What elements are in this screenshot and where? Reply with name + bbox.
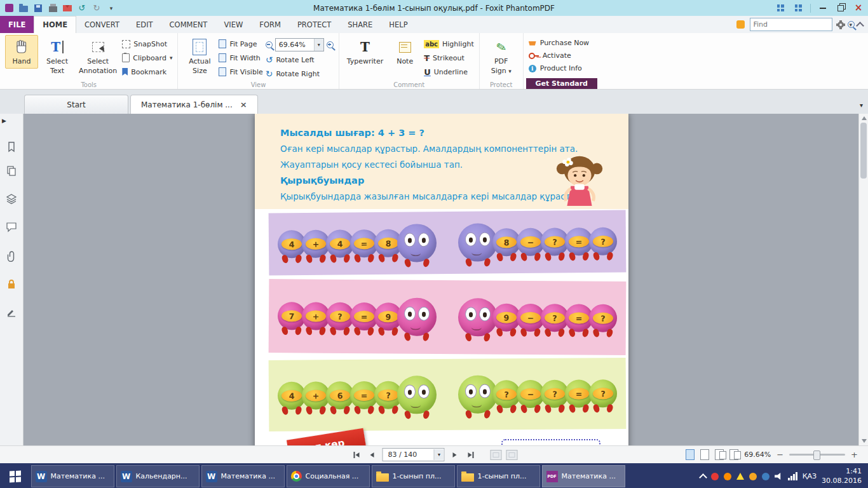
taskbar-item[interactable]: 1-сынып пл... [457, 465, 540, 487]
product-info-button[interactable]: iProduct Info [529, 63, 595, 74]
minimize-button[interactable] [817, 3, 829, 14]
print-icon[interactable] [48, 3, 58, 13]
highlight-button[interactable]: abcHighlight [424, 38, 474, 50]
document-area[interactable]: Мысалды шығар: 4 + 3 = ? Оған кері мысал… [24, 114, 858, 445]
redo-icon[interactable]: ↻ [92, 3, 102, 13]
tab-edit[interactable]: EDIT [128, 16, 161, 33]
security-panel-icon[interactable] [5, 278, 18, 290]
expand-panel-icon[interactable]: ▶ [2, 118, 6, 124]
app-icon[interactable] [4, 3, 14, 13]
doc-tab-close-icon[interactable]: × [240, 100, 247, 109]
start-button[interactable] [0, 463, 30, 488]
rotate-left-button[interactable]: ↺Rotate Left [266, 54, 334, 65]
volume-icon[interactable] [775, 472, 783, 480]
signature-panel-icon[interactable] [5, 306, 18, 318]
close-button[interactable]: × [853, 3, 864, 14]
taskbar-item[interactable]: 1-сынып пл... [372, 465, 455, 487]
last-page-button[interactable] [465, 449, 477, 461]
doc-tab-current[interactable]: Математика 1-бөлім ... × [130, 95, 258, 114]
save-icon[interactable] [33, 3, 43, 13]
continuous-facing-view-icon[interactable] [729, 449, 738, 460]
scroll-down-icon[interactable] [862, 439, 867, 443]
tab-file[interactable]: FILE [0, 16, 34, 33]
tab-help[interactable]: HELP [381, 16, 416, 33]
warning-tray-icon[interactable] [736, 473, 744, 480]
zoom-in-icon[interactable] [327, 41, 334, 48]
taskbar-item-active[interactable]: PDFМатематика ... [542, 465, 625, 487]
tab-view[interactable]: VIEW [215, 16, 251, 33]
fit-width-button[interactable]: Fit Width [219, 52, 262, 64]
hidden-icons-chevron-icon[interactable] [699, 473, 707, 482]
facing-view-icon[interactable] [715, 449, 724, 460]
zoom-combobox[interactable]: 69.64%▾ [275, 38, 324, 51]
clipboard-button[interactable]: Clipboard▾ [122, 52, 172, 64]
taskbar-item[interactable]: WМатематика ... [201, 465, 285, 487]
taskbar-item[interactable]: Социальная ... [287, 465, 370, 487]
tray-red-icon[interactable] [711, 473, 719, 480]
tab-form[interactable]: FORM [251, 16, 289, 33]
actual-size-button[interactable]: Actual Size [183, 35, 216, 78]
undo-icon[interactable]: ↺ [77, 3, 87, 13]
pane-grid2-icon[interactable] [792, 3, 804, 14]
assistant-icon[interactable] [736, 20, 745, 29]
zoom-slider[interactable] [789, 454, 845, 456]
fit-visible-button[interactable]: Fit Visible [219, 66, 262, 78]
hand-tool-button[interactable]: Hand [5, 35, 38, 69]
pdf-sign-button[interactable]: ✎ PDF Sign ▾ [485, 35, 518, 78]
tab-protect[interactable]: PROTECT [289, 16, 339, 33]
activate-button[interactable]: Activate [529, 50, 595, 61]
tab-home[interactable]: HOME [34, 16, 76, 33]
purchase-now-button[interactable]: Purchase Now [529, 37, 595, 48]
previous-page-button[interactable] [367, 449, 378, 461]
gear-icon[interactable] [837, 22, 844, 28]
vertical-scrollbar[interactable] [858, 114, 868, 445]
page-number-combobox[interactable]: 83 / 140▾ [383, 448, 445, 461]
page-combo-caret-icon[interactable]: ▾ [434, 449, 444, 460]
doc-tab-start[interactable]: Start [24, 95, 128, 114]
typewriter-button[interactable]: T Typewriter [344, 35, 386, 69]
select-text-button[interactable]: T Select Text [41, 35, 74, 78]
find-input[interactable] [750, 20, 848, 29]
pane-grid-icon[interactable] [775, 3, 786, 14]
note-button[interactable]: Note [388, 35, 421, 69]
fit-page-button[interactable]: Fit Page [219, 38, 262, 50]
split-view-icon[interactable] [506, 450, 518, 460]
pages-panel-icon[interactable] [5, 165, 18, 177]
tab-list-caret-icon[interactable]: ▾ [860, 102, 863, 109]
tray-orange-icon[interactable] [724, 473, 731, 480]
strikeout-button[interactable]: TStrikeout [424, 52, 474, 64]
select-annotation-button[interactable]: Select Annotation [76, 35, 119, 78]
collapse-ribbon-icon[interactable] [856, 22, 864, 30]
snapshot-button[interactable]: SnapShot [122, 38, 172, 50]
get-standard-button[interactable]: Get Standard [526, 78, 597, 89]
zoom-out-button[interactable]: − [776, 451, 783, 459]
network-signal-icon[interactable] [788, 472, 797, 480]
scroll-up-icon[interactable] [862, 116, 867, 120]
zoom-caret-icon[interactable]: ▾ [314, 39, 323, 51]
language-indicator[interactable]: ҚАЗ [803, 472, 817, 480]
rotate-right-button[interactable]: ↻Rotate Right [266, 68, 334, 79]
taskbar-clock[interactable]: 1:41 30.08.2016 [822, 467, 862, 485]
taskbar-item[interactable]: WКальендарн... [116, 465, 200, 487]
layers-panel-icon[interactable] [5, 193, 18, 205]
bookmarks-panel-icon[interactable] [5, 140, 18, 153]
reading-mode-icon[interactable] [491, 450, 502, 460]
tab-convert[interactable]: CONVERT [76, 16, 128, 33]
email-icon[interactable] [62, 3, 72, 13]
tab-comment[interactable]: COMMENT [161, 16, 216, 33]
scrollbar-thumb[interactable] [860, 123, 867, 179]
customize-toolbar-caret-icon[interactable]: ▾ [106, 3, 116, 13]
comments-panel-icon[interactable] [5, 220, 18, 233]
search-icon[interactable] [848, 21, 855, 28]
tray-blue-icon[interactable] [762, 473, 770, 480]
attachments-panel-icon[interactable] [5, 250, 18, 262]
zoom-in-button[interactable]: + [851, 451, 858, 459]
next-page-button[interactable] [449, 449, 461, 461]
restore-button[interactable] [835, 3, 846, 14]
open-file-icon[interactable] [18, 3, 29, 13]
zoom-out-icon[interactable] [266, 41, 273, 48]
underline-button[interactable]: UUnderline [424, 66, 474, 78]
first-page-button[interactable] [351, 449, 362, 461]
tray-yellow-icon[interactable] [749, 473, 757, 480]
continuous-view-icon[interactable] [700, 449, 709, 460]
